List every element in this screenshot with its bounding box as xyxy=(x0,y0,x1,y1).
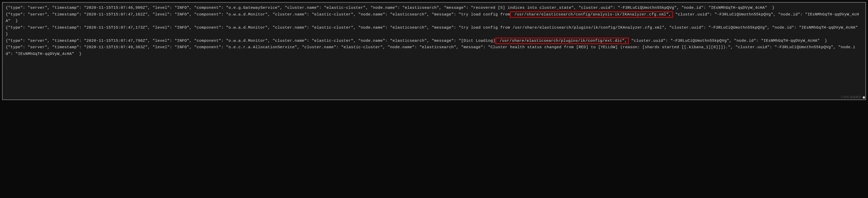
watermark-text: CSDN @陆格宏 xyxy=(841,95,861,99)
log-text-pre: {"type": "server", "timestamp": "2020-11… xyxy=(6,45,856,56)
log-text-pre: {"type": "server", "timestamp": "2020-11… xyxy=(6,12,510,17)
log-entry: {"type": "server", "timestamp": "2020-11… xyxy=(6,38,862,44)
highlighted-path: /usr/share/elasticsearch/plugins/ik/conf… xyxy=(495,38,629,44)
log-entry: {"type": "server", "timestamp": "2020-11… xyxy=(6,11,862,25)
log-entry: {"type": "server", "timestamp": "2020-11… xyxy=(6,5,862,11)
log-output-area[interactable]: {"type": "server", "timestamp": "2020-11… xyxy=(6,5,862,57)
scrollbar-track[interactable] xyxy=(862,3,865,100)
scrollbar-thumb[interactable] xyxy=(863,96,865,98)
log-text-pre: {"type": "server", "timestamp": "2020-11… xyxy=(6,26,863,37)
terminal-window: {"type": "server", "timestamp": "2020-11… xyxy=(2,2,866,100)
log-entry: {"type": "server", "timestamp": "2020-11… xyxy=(6,25,862,38)
log-text-pre: {"type": "server", "timestamp": "2020-11… xyxy=(6,39,495,43)
highlighted-path: /usr/share/elasticsearch/config/analysis… xyxy=(510,11,673,18)
log-entry: {"type": "server", "timestamp": "2020-11… xyxy=(6,44,862,57)
log-text-pre: {"type": "server", "timestamp": "2020-11… xyxy=(6,6,774,10)
log-text-post: "cluster.uuid": "-F3RLuCiQUmothn55kpQVg"… xyxy=(629,39,827,43)
